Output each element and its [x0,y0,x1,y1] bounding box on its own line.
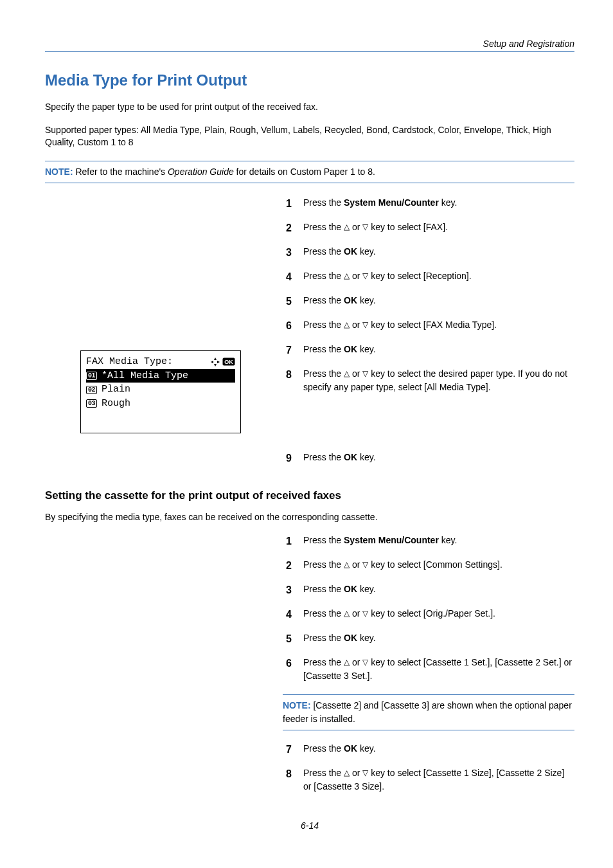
down-triangle-icon: ▽ [362,767,368,779]
page-title: Media Type for Print Output [45,71,574,89]
step-text: Press the △ or ▽ key to select [FAX]. [303,221,448,236]
lcd-item-selected: 01*All Media Type [86,369,235,383]
header-rule [45,51,574,52]
step-item: 7Press the OK key. [283,343,574,358]
intro-paragraph-1: Specify the paper type to be used for pr… [45,101,574,114]
step-number: 3 [283,245,292,260]
step-number: 1 [283,196,292,212]
step-text: Press the System Menu/Counter key. [303,196,457,212]
step-item: 6Press the △ or ▽ key to select [Cassett… [283,656,574,683]
up-triangle-icon: △ [344,270,350,282]
step-item: 4Press the △ or ▽ key to select [Orig./P… [283,607,574,622]
note-label: NOTE: [45,167,73,177]
nav-arrows-icon [210,357,220,367]
svg-marker-2 [211,361,213,363]
step-text: Press the △ or ▽ key to select [Common S… [303,558,502,574]
step-item: 3Press the OK key. [283,245,574,260]
step-number: 4 [283,269,292,285]
lcd-item-text: *All Media Type [102,369,188,383]
step-text: Press the OK key. [303,742,376,757]
intro-paragraph-2: Supported paper types: All Media Type, P… [45,124,574,149]
down-triangle-icon: ▽ [362,608,368,619]
step-item: 8Press the △ or ▽ key to select [Cassett… [283,766,574,793]
step-text: Press the OK key. [303,631,376,647]
step-item: 9Press the OK key. [283,451,574,466]
step-item: 2Press the △ or ▽ key to select [Common … [283,558,574,574]
down-triangle-icon: ▽ [362,221,368,233]
note-text-before: Refer to the machine's [75,167,168,177]
note-label: NOTE: [283,700,311,710]
lcd-item-num: 01 [86,372,97,380]
step-number: 4 [283,607,292,622]
step-item: 6Press the △ or ▽ key to select [FAX Med… [283,318,574,334]
step-item: 8Press the △ or ▽ key to select the desi… [283,367,574,394]
header-section: Setup and Registration [45,39,574,49]
step-text: Press the △ or ▽ key to select [Receptio… [303,269,472,285]
down-triangle-icon: ▽ [362,319,368,330]
step-text: Press the OK key. [303,583,376,598]
step-item: 2Press the △ or ▽ key to select [FAX]. [283,221,574,236]
step-item: 5Press the OK key. [283,631,574,647]
step-item: 1Press the System Menu/Counter key. [283,534,574,549]
steps-list-1: 1Press the System Menu/Counter key.2Pres… [283,196,574,466]
step-text: Press the △ or ▽ key to select [FAX Medi… [303,318,497,334]
page-number: 6-14 [45,820,574,831]
step-number: 1 [283,534,292,549]
step-item: 7Press the OK key. [283,742,574,757]
note-cassette: NOTE: [Cassette 2] and [Cassette 3] are … [283,694,574,730]
lcd-item-num: 03 [86,399,97,408]
sub-heading: Setting the cassette for the print outpu… [45,489,574,502]
step-text: Press the OK key. [303,245,376,260]
svg-marker-1 [214,364,217,366]
step-text: Press the △ or ▽ key to select [Cassette… [303,656,574,683]
spacer [283,403,574,442]
svg-marker-3 [217,361,220,363]
step-number: 7 [283,343,292,358]
step-number: 5 [283,631,292,647]
lcd-item-text: Rough [102,397,130,411]
down-triangle-icon: ▽ [362,368,368,379]
step-text: Press the △ or ▽ key to select [Orig./Pa… [303,607,495,622]
note-text-after: for details on Custom Paper 1 to 8. [234,167,375,177]
down-triangle-icon: ▽ [362,656,368,668]
lcd-title: FAX Media Type: [86,355,173,369]
down-triangle-icon: ▽ [362,270,368,282]
note-text: [Cassette 2] and [Cassette 3] are shown … [283,700,572,724]
svg-marker-0 [214,357,217,360]
lcd-item-text: Plain [102,383,130,397]
ok-icon: OK [222,357,235,366]
lcd-screen: FAX Media Type: OK 01*All Media Type 02P… [80,350,241,433]
step-number: 6 [283,318,292,334]
note-top: NOTE: Refer to the machine's Operation G… [45,161,574,183]
step-number: 2 [283,221,292,236]
step-number: 5 [283,294,292,309]
step-number: 9 [283,451,292,466]
step-text: Press the △ or ▽ key to select the desir… [303,367,574,394]
step-text: Press the OK key. [303,451,376,466]
up-triangle-icon: △ [344,559,350,570]
step-item: 1Press the System Menu/Counter key. [283,196,574,212]
up-triangle-icon: △ [344,319,350,330]
lcd-item-num: 02 [86,386,97,394]
up-triangle-icon: △ [344,368,350,379]
up-triangle-icon: △ [344,767,350,779]
lcd-item: 02Plain [86,383,235,397]
step-number: 6 [283,656,292,683]
step-number: 8 [283,766,292,793]
down-triangle-icon: ▽ [362,559,368,570]
step-item: 5Press the OK key. [283,294,574,309]
step-number: 2 [283,558,292,574]
lcd-item: 03Rough [86,397,235,411]
steps-list-2b: 7Press the OK key.8Press the △ or ▽ key … [283,742,574,793]
svg-text:OK: OK [224,359,233,365]
step-number: 3 [283,583,292,598]
step-item: 3Press the OK key. [283,583,574,598]
step-text: Press the △ or ▽ key to select [Cassette… [303,766,574,793]
up-triangle-icon: △ [344,608,350,619]
up-triangle-icon: △ [344,656,350,668]
note-text-italic: Operation Guide [168,167,234,177]
up-triangle-icon: △ [344,221,350,233]
step-item: 4Press the △ or ▽ key to select [Recepti… [283,269,574,285]
step-number: 8 [283,367,292,394]
sub-intro: By specifying the media type, faxes can … [45,511,574,524]
